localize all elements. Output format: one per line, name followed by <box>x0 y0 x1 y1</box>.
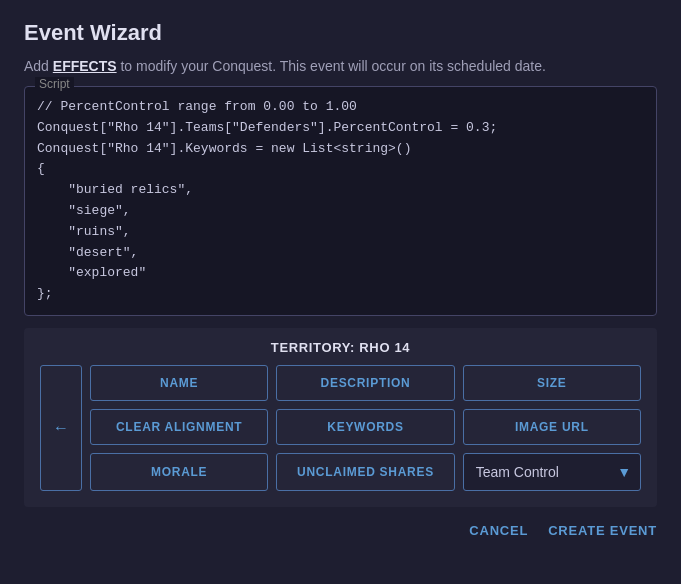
dialog-title: Event Wizard <box>24 20 657 46</box>
create-event-button[interactable]: CREATE EVENT <box>548 523 657 538</box>
image-url-button[interactable]: IMAGE URL <box>463 409 641 445</box>
button-row-2: CLEAR ALIGNMENT KEYWORDS IMAGE URL <box>90 409 641 445</box>
footer: CANCEL CREATE EVENT <box>24 519 657 538</box>
script-label: Script <box>35 77 74 91</box>
territory-name: RHO 14 <box>359 340 410 355</box>
subtitle-prefix: Add <box>24 58 53 74</box>
team-control-select-wrapper: Team Control ▼ <box>463 453 641 491</box>
cancel-button[interactable]: CANCEL <box>469 523 528 538</box>
description-button[interactable]: DESCRIPTION <box>276 365 454 401</box>
back-button[interactable]: ← <box>40 365 82 491</box>
bottom-panel: TERRITORY: RHO 14 ← NAME DESCRIPTION <box>24 328 657 507</box>
button-row-3: MORALE UNCLAIMED SHARES Team Control ▼ <box>90 453 641 491</box>
panel-row: ← NAME DESCRIPTION SIZE C <box>40 365 641 491</box>
back-button-wrapper: ← <box>40 365 82 491</box>
unclaimed-shares-button[interactable]: UNCLAIMED SHARES <box>276 453 454 491</box>
panel-buttons: NAME DESCRIPTION SIZE CLEAR ALIGNMENT KE… <box>90 365 641 491</box>
back-icon: ← <box>53 419 69 437</box>
team-control-select[interactable]: Team Control <box>463 453 641 491</box>
size-button[interactable]: SIZE <box>463 365 641 401</box>
script-box: Script // PercentControl range from 0.00… <box>24 86 657 316</box>
event-wizard-dialog: Event Wizard Add EFFECTS to modify your … <box>0 0 681 584</box>
name-button[interactable]: NAME <box>90 365 268 401</box>
subtitle-suffix: to modify your Conquest. This event will… <box>117 58 546 74</box>
clear-alignment-button[interactable]: CLEAR ALIGNMENT <box>90 409 268 445</box>
keywords-button[interactable]: KEYWORDS <box>276 409 454 445</box>
script-content[interactable]: // PercentControl range from 0.00 to 1.0… <box>37 97 644 305</box>
territory-label: TERRITORY: <box>271 340 355 355</box>
effects-link[interactable]: EFFECTS <box>53 58 117 74</box>
territory-header: TERRITORY: RHO 14 <box>40 340 641 355</box>
button-row-1: NAME DESCRIPTION SIZE <box>90 365 641 401</box>
morale-button[interactable]: MORALE <box>90 453 268 491</box>
dialog-subtitle: Add EFFECTS to modify your Conquest. Thi… <box>24 58 657 74</box>
